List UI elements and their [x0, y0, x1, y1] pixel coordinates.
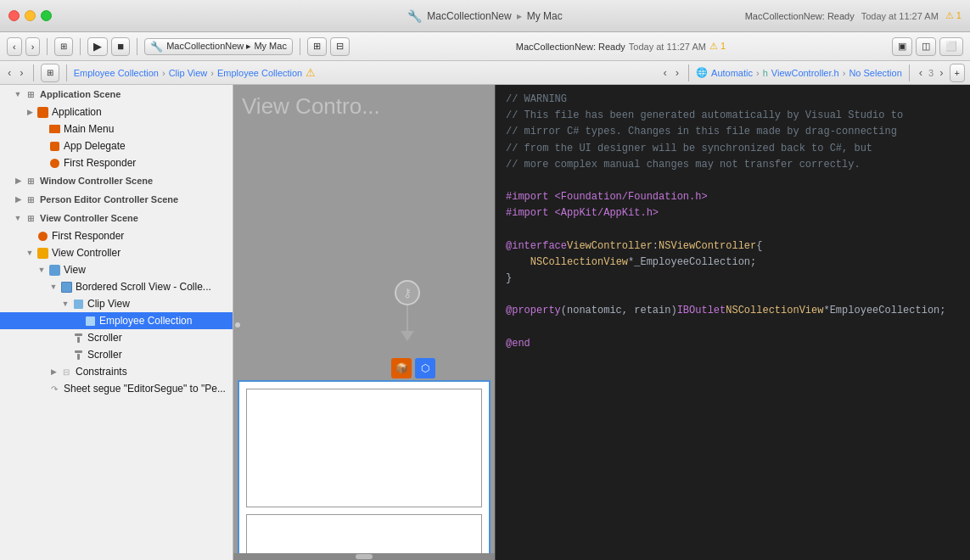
- tb2-forward[interactable]: ›: [17, 65, 25, 80]
- tree-employee-collection[interactable]: Employee Collection: [0, 312, 233, 329]
- bottom-scrollbar[interactable]: [233, 553, 495, 560]
- code-page-forward[interactable]: ›: [937, 65, 945, 80]
- layout-grid-button[interactable]: ⊞: [307, 37, 327, 56]
- close-button[interactable]: [8, 10, 20, 21]
- center-panel: View Contro... ⚷ 📦 ⬡: [233, 85, 495, 560]
- main-toolbar: ‹ › ⊞ ▶ ■ 🔧 MacCollectionNew ▸ My Mac ⊞ …: [0, 32, 970, 61]
- debug-button[interactable]: ⬜: [939, 37, 963, 56]
- tree-main-menu[interactable]: Main Menu: [0, 120, 233, 137]
- collection-container[interactable]: [238, 380, 491, 560]
- toggle-application-scene: ▼: [12, 90, 24, 98]
- tree-constraints[interactable]: ▶ ⊟ Constraints: [0, 363, 233, 380]
- code-text: IBOutlet: [677, 303, 726, 319]
- scroller-2-icon: [71, 348, 85, 361]
- right-panel-button[interactable]: ▣: [892, 37, 912, 56]
- left-panel: ▼ ⊞ Application Scene ▶ Application Main…: [0, 85, 233, 560]
- toolbar-sep-3: [137, 38, 137, 55]
- scroller-1-icon: [71, 331, 85, 344]
- scroller-2-label: Scroller: [87, 349, 122, 361]
- code-page-back[interactable]: ‹: [917, 65, 925, 80]
- breadcrumb-item-1[interactable]: Employee Collection: [74, 68, 159, 78]
- tree-application[interactable]: ▶ Application: [0, 104, 233, 120]
- stop-button[interactable]: ■: [111, 37, 130, 56]
- section-application-scene[interactable]: ▼ ⊞ Application Scene: [0, 85, 233, 104]
- breadcrumb-warning: ⚠: [306, 66, 316, 79]
- section-window-controller[interactable]: ▶ ⊞ Window Controller Scene: [0, 171, 233, 190]
- code-nav-forward[interactable]: ›: [673, 65, 681, 80]
- code-text: NSCollectionView: [726, 303, 823, 319]
- maximize-button[interactable]: [41, 10, 52, 21]
- title-bar: 🔧 MacCollectionNew ▸ My Mac MacCollectio…: [0, 0, 970, 32]
- back-nav-button[interactable]: ‹: [7, 37, 22, 56]
- toggle-application: ▶: [24, 108, 36, 116]
- tree-bordered-scroll[interactable]: ▼ Bordered Scroll View - Colle...: [0, 278, 233, 295]
- main-menu-label: Main Menu: [64, 123, 114, 135]
- title-bar-right: MacCollectionNew: Ready Today at 11:27 A…: [745, 10, 962, 21]
- segue-label: Sheet segue "EditorSegue" to "Pe...: [64, 383, 226, 395]
- code-line-blank1: [506, 173, 960, 189]
- breadcrumb-item-3[interactable]: Employee Collection: [217, 68, 302, 78]
- code-line-7: #import <AppKit/AppKit.h>: [506, 205, 960, 221]
- toolbar-sep-2: [80, 38, 81, 55]
- tree-first-responder-vc[interactable]: First Responder: [0, 227, 233, 244]
- tree-segue[interactable]: ↷ Sheet segue "EditorSegue" to "Pe...: [0, 380, 233, 397]
- app-name: MacCollectionNew: [427, 10, 511, 22]
- breadcrumb: Employee Collection › Clip View › Employ…: [74, 68, 303, 78]
- code-text: #import <Foundation/Foundation.h>: [506, 189, 708, 205]
- code-text: #import <AppKit/AppKit.h>: [506, 205, 659, 221]
- code-text: *EmployeeCollection;: [823, 303, 945, 319]
- collection-icon-hex: ⬡: [415, 358, 435, 378]
- code-text: NSViewController: [659, 238, 756, 255]
- hierarchy-button[interactable]: ⊞: [54, 37, 73, 56]
- breadcrumb-item-2[interactable]: Clip View: [169, 68, 208, 78]
- toggle-view: ▼: [36, 266, 48, 274]
- app-scene-label: Application Scene: [40, 89, 121, 99]
- bordered-scroll-label: Bordered Scroll View - Colle...: [76, 281, 211, 293]
- constraints-label: Constraints: [76, 366, 127, 378]
- vc-scene-icon: ⊞: [24, 211, 37, 225]
- scheme-selector[interactable]: 🔧 MacCollectionNew ▸ My Mac: [144, 38, 293, 55]
- code-add-button[interactable]: +: [950, 64, 965, 82]
- bordered-scroll-icon: [59, 280, 73, 294]
- code-nav-no-selection[interactable]: No Selection: [849, 68, 901, 78]
- toggle-view-controller: ▼: [24, 249, 36, 257]
- status-text: MacCollectionNew: Ready: [745, 11, 855, 21]
- tree-first-responder-app[interactable]: First Responder: [0, 154, 233, 171]
- canvas-area[interactable]: View Contro... ⚷ 📦 ⬡: [233, 85, 495, 560]
- section-view-controller-scene[interactable]: ▼ ⊞ View Controller Scene: [0, 209, 233, 227]
- code-text: :: [653, 238, 659, 255]
- code-page-count: 3: [928, 68, 934, 78]
- code-nav-automatic[interactable]: Automatic: [711, 68, 753, 78]
- tb2-sep3: [688, 64, 689, 81]
- tree-view[interactable]: ▼ View: [0, 261, 233, 278]
- minimize-button[interactable]: [25, 10, 36, 21]
- code-line-1: // WARNING: [506, 92, 960, 108]
- code-nav-back[interactable]: ‹: [660, 65, 669, 80]
- tree-view-controller[interactable]: ▼ View Controller: [0, 244, 233, 261]
- tree-clip-view[interactable]: ▼ Clip View: [0, 295, 233, 312]
- scroll-dot: [235, 322, 240, 328]
- first-responder-vc-icon: [36, 229, 49, 243]
- code-line-12: @end: [506, 336, 960, 352]
- inspector-button[interactable]: ◫: [916, 37, 936, 56]
- tb2-back[interactable]: ‹: [5, 65, 14, 80]
- layout-split-button[interactable]: ⊟: [330, 37, 350, 56]
- clip-view-icon: [71, 297, 85, 311]
- code-text: (nonatomic, retain): [561, 303, 677, 319]
- play-button[interactable]: ▶: [87, 37, 108, 56]
- code-line-blank3: [506, 287, 960, 303]
- collection-icon-cube: 📦: [391, 358, 412, 378]
- toolbar-sep-1: [47, 38, 48, 55]
- application-label: Application: [52, 106, 102, 118]
- tb2-sep2: [66, 64, 67, 81]
- toggle-person-editor: ▶: [12, 195, 24, 204]
- section-person-editor[interactable]: ▶ ⊞ Person Editor Controller Scene: [0, 190, 233, 209]
- tree-scroller-1[interactable]: Scroller: [0, 329, 233, 346]
- employee-collection-icon: [83, 314, 97, 328]
- tree-app-delegate[interactable]: App Delegate: [0, 137, 233, 154]
- forward-nav-button[interactable]: ›: [25, 37, 41, 56]
- code-nav-filename[interactable]: ViewController.h: [771, 68, 839, 78]
- code-line-9: NSCollectionView *_EmployeeCollection;: [506, 255, 960, 271]
- tree-scroller-2[interactable]: Scroller: [0, 346, 233, 363]
- tb2-hierarchy[interactable]: ⊞: [41, 64, 59, 82]
